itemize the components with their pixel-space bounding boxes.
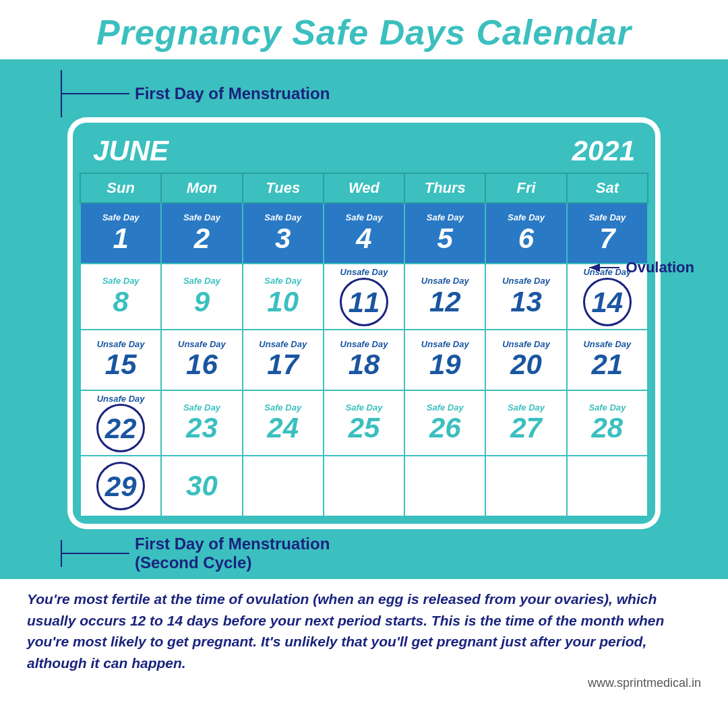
calendar-cell-21: Unsafe Day21	[567, 330, 648, 390]
ovulation-label: Ovulation	[626, 259, 694, 276]
page-title: Pregnancy Safe Days Calendar	[0, 12, 728, 53]
calendar-week-2: Safe Day8Safe Day9Safe Day10Unsafe Day11…	[80, 264, 648, 330]
day-header-mon: Mon	[161, 173, 242, 203]
day-header-sat: Sat	[567, 173, 648, 203]
calendar-cell-5: Safe Day5	[404, 203, 485, 264]
calendar-cell-19: Unsafe Day19	[404, 330, 485, 390]
calendar-cell-18: Unsafe Day18	[324, 330, 404, 390]
calendar-cell-13: Unsafe Day13	[485, 264, 566, 330]
calendar-cell-empty	[324, 456, 404, 516]
calendar-cell-28: Safe Day28	[567, 390, 648, 456]
calendar-container: JUNE 2021 SunMonTuesWedThursFriSat Safe …	[67, 117, 661, 529]
calendar-cell-26: Safe Day26	[404, 390, 485, 456]
calendar-week-4: Unsafe Day22Safe Day23Safe Day24Safe Day…	[80, 390, 648, 456]
calendar-week-5: 2930	[80, 456, 648, 516]
calendar-cell-11: Unsafe Day11	[324, 264, 404, 330]
day-header-tues: Tues	[243, 173, 324, 203]
calendar-cell-16: Unsafe Day16	[161, 330, 242, 390]
calendar-cell-empty	[404, 456, 485, 516]
calendar-month: JUNE	[93, 135, 169, 167]
header: Pregnancy Safe Days Calendar	[0, 0, 728, 59]
calendar-cell-30: 30	[161, 456, 242, 516]
annotation-bottom-area: First Day of Menstruation (Second Cycle)	[0, 529, 728, 579]
calendar-cell-22: Unsafe Day22	[80, 390, 161, 456]
calendar-cell-8: Safe Day8	[80, 264, 161, 330]
calendar-cell-24: Safe Day24	[243, 390, 324, 456]
annotation-top-area: First Day of Menstruation	[0, 59, 728, 117]
calendar-cell-12: Unsafe Day12	[404, 264, 485, 330]
description-text: You're most fertile at the time of ovula…	[27, 588, 701, 673]
calendar-cell-10: Safe Day10	[243, 264, 324, 330]
annotation-first-day-label: First Day of Menstruation	[135, 84, 330, 103]
day-header-fri: Fri	[485, 173, 566, 203]
calendar-year: 2021	[572, 135, 635, 167]
calendar-cell-empty	[567, 456, 648, 516]
calendar-cell-29: 29	[80, 456, 161, 516]
calendar-week-3: Unsafe Day15Unsafe Day16Unsafe Day17Unsa…	[80, 330, 648, 390]
calendar-cell-4: Safe Day4	[324, 203, 404, 264]
calendar-cell-25: Safe Day25	[324, 390, 404, 456]
calendar-cell-3: Safe Day3	[243, 203, 324, 264]
calendar-cell-15: Unsafe Day15	[80, 330, 161, 390]
calendar-cell-empty	[485, 456, 566, 516]
calendar-cell-27: Safe Day27	[485, 390, 566, 456]
calendar-cell-20: Unsafe Day20	[485, 330, 566, 390]
calendar-cell-7: Safe Day7	[567, 203, 648, 264]
calendar-cell-empty	[243, 456, 324, 516]
ovulation-annotation: Ovulation	[586, 259, 694, 276]
website-link: www.sprintmedical.in	[27, 676, 701, 690]
calendar-cell-2: Safe Day2	[161, 203, 242, 264]
calendar-cell-1: Safe Day1	[80, 203, 161, 264]
description-section: You're most fertile at the time of ovula…	[0, 579, 728, 697]
calendar-week-1: Safe Day1Safe Day2Safe Day3Safe Day4Safe…	[80, 203, 648, 264]
calendar-cell-6: Safe Day6	[485, 203, 566, 264]
calendar-cell-9: Safe Day9	[161, 264, 242, 330]
calendar-cell-23: Safe Day23	[161, 390, 242, 456]
calendar-table: SunMonTuesWedThursFriSat Safe Day1Safe D…	[80, 173, 648, 517]
calendar-cell-17: Unsafe Day17	[243, 330, 324, 390]
annotation-second-cycle-line2: (Second Cycle)	[135, 553, 330, 572]
day-header-thurs: Thurs	[404, 173, 485, 203]
day-header-wed: Wed	[324, 173, 404, 203]
annotation-second-cycle-line1: First Day of Menstruation	[135, 535, 330, 553]
day-header-sun: Sun	[80, 173, 161, 203]
